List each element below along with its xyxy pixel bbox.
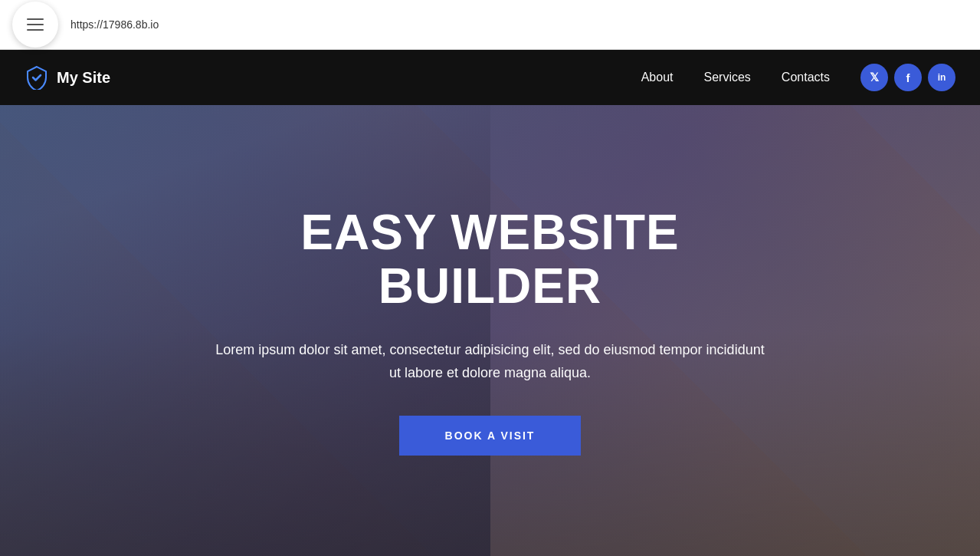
logo-text: My Site <box>57 69 110 87</box>
hero-title: EASY WEBSITE BUILDER <box>215 206 766 314</box>
hero-section: EASY WEBSITE BUILDER Lorem ipsum dolor s… <box>0 105 980 556</box>
twitter-button[interactable]: 𝕏 <box>860 64 888 91</box>
social-icons: 𝕏 f in <box>860 64 955 91</box>
nav-links: About Services Contacts <box>629 64 842 90</box>
shield-icon <box>25 65 49 90</box>
nav-link-contacts[interactable]: Contacts <box>769 64 842 90</box>
linkedin-button[interactable]: in <box>928 64 955 91</box>
site-logo-link[interactable]: My Site <box>25 65 629 90</box>
browser-chrome: https://17986.8b.io <box>0 0 980 50</box>
linkedin-icon: in <box>938 72 946 83</box>
facebook-button[interactable]: f <box>894 64 922 91</box>
address-bar[interactable]: https://17986.8b.io <box>70 18 159 31</box>
site-navbar: My Site About Services Contacts 𝕏 f in <box>0 50 980 105</box>
hamburger-line <box>27 29 44 31</box>
hero-content: EASY WEBSITE BUILDER Lorem ipsum dolor s… <box>184 206 797 456</box>
twitter-icon: 𝕏 <box>870 71 879 84</box>
hero-subtitle: Lorem ipsum dolor sit amet, consectetur … <box>215 338 766 385</box>
hero-title-line1: EASY WEBSITE <box>300 205 679 260</box>
browser-menu-button[interactable] <box>12 2 58 48</box>
hero-title-line2: BUILDER <box>379 258 601 314</box>
facebook-icon: f <box>906 71 910 84</box>
nav-link-about[interactable]: About <box>629 64 686 90</box>
hamburger-line <box>27 18 44 20</box>
nav-link-services[interactable]: Services <box>692 64 763 90</box>
hamburger-line <box>27 24 44 25</box>
book-visit-button[interactable]: BOOK A VISIT <box>399 416 582 456</box>
